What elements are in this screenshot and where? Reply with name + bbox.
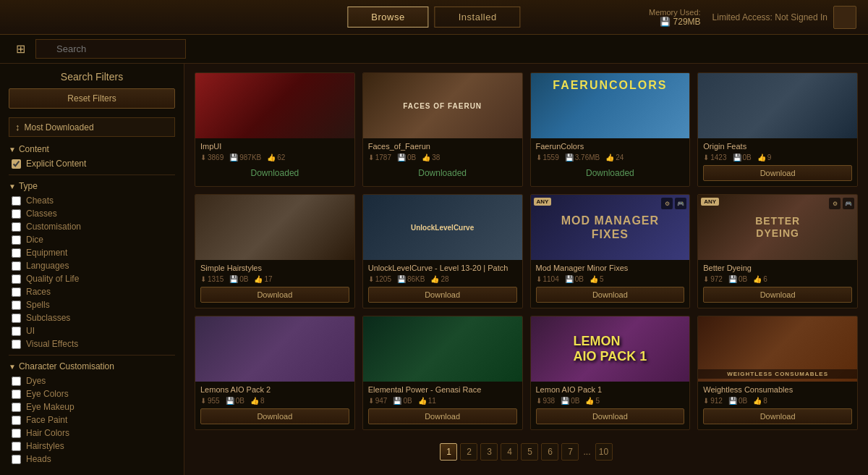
filter-cheats[interactable]: Cheats [9, 196, 175, 206]
filter-hairstyles-checkbox[interactable] [12, 442, 21, 451]
filter-eyemakeup[interactable]: Eye Makeup [9, 402, 175, 412]
filter-customisation-checkbox[interactable] [12, 222, 21, 232]
avatar[interactable] [833, 6, 856, 29]
tab-installed[interactable]: Installed [435, 7, 521, 28]
mod-image-faerun: FAERUNCOLORS [531, 73, 690, 138]
filter-equipment-checkbox[interactable] [12, 248, 21, 258]
download-btn-hairstyles[interactable]: Download [200, 287, 349, 303]
filter-races-checkbox[interactable] [12, 287, 21, 297]
page-6-btn[interactable]: 6 [541, 443, 558, 461]
filter-quality-checkbox[interactable] [12, 274, 21, 284]
mod-card-body-faerun: FaerunColors ⬇ 1559 💾 3.76MB 👍 24 Downlo… [531, 138, 690, 186]
downloaded-btn-impui[interactable]: Downloaded [200, 165, 349, 181]
filter-ui-checkbox[interactable] [12, 327, 21, 336]
section-content-label: Content [19, 144, 49, 154]
filter-spells[interactable]: Spells [9, 300, 175, 310]
downloads-faerun: ⬇ 1559 [536, 154, 559, 161]
filter-races[interactable]: Races [9, 287, 175, 297]
user-label: Limited Access: Not Signed In [712, 12, 827, 22]
filter-eyecolors-checkbox[interactable] [12, 390, 21, 399]
downloaded-btn-faerun[interactable]: Downloaded [536, 165, 685, 181]
mod-title-weightless: Weightless Consumables [703, 385, 852, 394]
download-btn-unlock[interactable]: Download [368, 287, 517, 303]
mod-image-hairstyles [195, 195, 354, 260]
filter-dice[interactable]: Dice [9, 235, 175, 245]
download-btn-weightless[interactable]: Download [703, 408, 852, 424]
tab-browse[interactable]: Browse [347, 7, 428, 28]
filter-eyemakeup-checkbox[interactable] [12, 403, 21, 412]
mod-stats-weightless: ⬇ 912 💾 0B 👍 8 [703, 397, 852, 405]
filter-explicit[interactable]: Explicit Content [9, 159, 175, 169]
mod-title-dyeing: Better Dyeing [703, 264, 852, 272]
filter-hairstyles[interactable]: Hairstyles [9, 441, 175, 451]
download-btn-lemons[interactable]: Download [200, 408, 349, 424]
mod-title-unlock: UnlockLevelCurve - Level 13-20 | Patch [368, 264, 517, 272]
mod-card-body-elemental: Elemental Power - Genasi Race ⬇ 947 💾 0B… [363, 382, 522, 429]
page-7-btn[interactable]: 7 [561, 443, 579, 461]
reset-filters-button[interactable]: Reset Filters [9, 88, 175, 109]
page-1-btn[interactable]: 1 [440, 443, 457, 461]
search-bar: ⊞ 🔍 [0, 35, 868, 64]
filter-haircolors[interactable]: Hair Colors [9, 428, 175, 438]
filter-customisation[interactable]: Customisation [9, 222, 175, 232]
filter-subclasses-checkbox[interactable] [12, 314, 21, 323]
filter-classes-checkbox[interactable] [12, 209, 21, 219]
filter-haircolors-checkbox[interactable] [12, 429, 21, 438]
page-3-btn[interactable]: 3 [480, 443, 498, 461]
mod-image-unlock: UnlockLevelCurve [363, 195, 522, 260]
sidebar: Search Filters Reset Filters ↕ Most Down… [0, 64, 184, 475]
filter-facepaint[interactable]: Face Paint [9, 415, 175, 425]
arrow-character-icon: ▼ [9, 363, 16, 371]
mod-card-faces: FACES OF FAERUN Faces_of_Faerun ⬇ 1787 💾… [362, 72, 523, 187]
sort-row[interactable]: ↕ Most Downloaded [9, 117, 175, 137]
section-type[interactable]: ▼ Type [9, 181, 175, 191]
mod-card-lemon: LEMONAIO PACK 1 Lemon AIO Pack 1 ⬇ 938 💾… [530, 316, 691, 430]
page-last-btn[interactable]: 10 [595, 443, 613, 461]
memory-info: Memory Used: 💾 729MB [649, 8, 701, 27]
filter-dice-checkbox[interactable] [12, 235, 21, 245]
weightless-overlay-label: WEIGHTLESS CONSUMABLES [698, 369, 857, 379]
page-2-btn[interactable]: 2 [460, 443, 477, 461]
download-btn-dyeing[interactable]: Download [703, 287, 852, 303]
mod-card-origin: Origin Feats ⬇ 1423 💾 0B 👍 9 Download [697, 72, 858, 187]
mod-card-body-origin: Origin Feats ⬇ 1423 💾 0B 👍 9 Download [698, 138, 857, 186]
mod-area: ImpUI ⬇ 3869 💾 987KB 👍 62 Downloaded FAC… [184, 64, 868, 475]
sort-icon: ↕ [15, 122, 20, 133]
filter-visual[interactable]: Visual Effects [9, 339, 175, 349]
filter-dyes-checkbox[interactable] [12, 377, 21, 386]
filter-quality[interactable]: Quality of Life [9, 274, 175, 284]
download-btn-lemon[interactable]: Download [536, 408, 685, 424]
mod-card-unlock: UnlockLevelCurve UnlockLevelCurve - Leve… [362, 194, 523, 308]
mod-stats-unlock: ⬇ 1205 💾 86KB 👍 28 [368, 275, 517, 283]
download-btn-modfix[interactable]: Download [536, 287, 685, 303]
filter-equipment[interactable]: Equipment [9, 248, 175, 258]
filter-icon-btn[interactable]: ⊞ [12, 41, 30, 57]
mod-card-body-hairstyles: Simple Hairstyles ⬇ 1315 💾 0B 👍 17 Downl… [195, 260, 354, 308]
filter-visual-checkbox[interactable] [12, 340, 21, 349]
filter-ui[interactable]: UI [9, 326, 175, 336]
filter-languages-checkbox[interactable] [12, 261, 21, 271]
page-4-btn[interactable]: 4 [501, 443, 518, 461]
mod-title-lemon: Lemon AIO Pack 1 [536, 385, 685, 394]
filter-heads[interactable]: Heads [9, 454, 175, 464]
filter-explicit-checkbox[interactable] [12, 159, 21, 169]
filter-facepaint-checkbox[interactable] [12, 416, 21, 425]
filter-heads-checkbox[interactable] [12, 455, 21, 464]
page-5-btn[interactable]: 5 [521, 443, 538, 461]
downloads-faces: ⬇ 1787 [368, 154, 391, 161]
filter-classes[interactable]: Classes [9, 209, 175, 219]
downloaded-btn-faces[interactable]: Downloaded [368, 165, 517, 181]
filter-cheats-checkbox[interactable] [12, 196, 21, 206]
section-content[interactable]: ▼ Content [9, 144, 175, 154]
download-btn-origin[interactable]: Download [703, 165, 852, 181]
filter-languages[interactable]: Languages [9, 261, 175, 271]
tab-group: Browse Installed [347, 7, 520, 28]
search-input[interactable] [35, 39, 186, 59]
filter-eyecolors[interactable]: Eye Colors [9, 389, 175, 399]
filter-subclasses[interactable]: Subclasses [9, 313, 175, 323]
download-btn-elemental[interactable]: Download [368, 408, 517, 424]
section-character[interactable]: ▼ Character Customisation [9, 361, 175, 371]
filter-dyes[interactable]: Dyes [9, 376, 175, 386]
mod-card-body-lemons: Lemons AIO Pack 2 ⬇ 955 💾 0B 👍 8 Downloa… [195, 382, 354, 429]
filter-spells-checkbox[interactable] [12, 300, 21, 310]
